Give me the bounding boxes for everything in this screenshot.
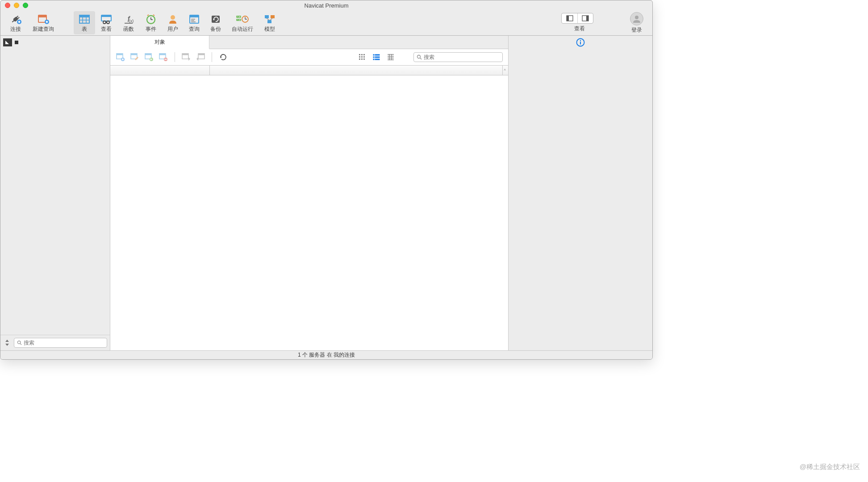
sidebar-toggle-icon[interactable]	[3, 38, 12, 46]
svg-line-102	[420, 58, 421, 59]
svg-rect-80	[359, 54, 360, 55]
new-query-icon	[37, 13, 50, 25]
edit-table-button[interactable]	[130, 52, 140, 62]
svg-rect-82	[363, 54, 365, 55]
object-toolbar	[110, 49, 508, 66]
svg-marker-78	[196, 57, 198, 61]
window-title: Navicat Premium	[0, 2, 652, 9]
main-area: 对象	[0, 36, 652, 350]
sidebar-item-marker	[15, 41, 18, 44]
svg-rect-59	[117, 54, 123, 55]
view-button[interactable]: 查看	[95, 11, 117, 34]
svg-rect-93	[373, 59, 374, 60]
svg-line-57	[20, 344, 21, 345]
tab-bar: 对象	[110, 36, 508, 49]
refresh-button[interactable]	[218, 52, 228, 62]
new-query-button[interactable]: 新建查询	[27, 11, 59, 34]
object-list[interactable]	[110, 75, 508, 350]
svg-rect-3	[17, 17, 20, 19]
sidebar-search-bar	[0, 335, 110, 350]
view-grid-button[interactable]	[357, 52, 367, 62]
view-mode-label: 查看	[562, 25, 597, 33]
center-panel: 对象	[110, 36, 508, 350]
svg-point-52	[635, 16, 638, 19]
svg-rect-86	[359, 58, 360, 60]
table-icon	[79, 13, 90, 25]
svg-rect-105	[580, 42, 581, 45]
table-button[interactable]: 表	[74, 11, 95, 34]
delete-table-button[interactable]	[159, 52, 168, 62]
user-button[interactable]: 用户	[162, 11, 184, 34]
svg-rect-44	[271, 15, 275, 18]
svg-rect-45	[267, 20, 271, 23]
svg-rect-2	[16, 15, 18, 17]
backup-button[interactable]: 备份	[205, 11, 226, 34]
open-table-button[interactable]	[144, 52, 154, 62]
svg-rect-18	[101, 15, 111, 17]
query-icon	[189, 13, 200, 25]
view-mode-left[interactable]	[562, 13, 577, 23]
search-icon	[17, 340, 22, 345]
connection-tree[interactable]	[0, 49, 110, 335]
svg-line-46	[267, 18, 269, 20]
model-icon	[264, 13, 275, 25]
column-header[interactable]: ^	[110, 66, 508, 75]
svg-point-56	[17, 341, 20, 344]
svg-marker-55	[5, 344, 9, 346]
svg-rect-81	[361, 54, 363, 55]
sidebar-search-input-wrap	[14, 338, 107, 348]
svg-rect-6	[19, 21, 20, 23]
function-button[interactable]: f(x) 函数	[117, 11, 140, 34]
svg-marker-53	[5, 41, 9, 44]
avatar-icon	[630, 12, 643, 25]
svg-rect-91	[373, 57, 374, 58]
query-button[interactable]: 查询	[184, 11, 205, 34]
watermark: @稀土掘金技术社区	[800, 463, 860, 471]
svg-rect-94	[375, 59, 380, 60]
svg-rect-92	[375, 57, 380, 58]
svg-rect-13	[79, 15, 89, 17]
import-button[interactable]	[181, 52, 191, 62]
svg-rect-74	[182, 54, 188, 55]
svg-rect-11	[46, 21, 47, 23]
svg-rect-72	[165, 59, 167, 60]
svg-rect-62	[122, 58, 123, 60]
svg-rect-88	[363, 58, 365, 60]
svg-rect-8	[38, 15, 46, 17]
object-search-input[interactable]	[424, 54, 500, 60]
connection-button[interactable]: 连接	[4, 11, 27, 34]
view-mode-right[interactable]	[577, 13, 593, 23]
function-icon: f(x)	[123, 13, 134, 25]
backup-icon	[210, 13, 221, 25]
automation-icon	[236, 13, 249, 25]
export-button[interactable]	[196, 52, 205, 62]
svg-rect-83	[359, 56, 360, 58]
main-toolbar: 连接 新建查询 表 查看 f(x) 函数	[0, 10, 652, 36]
tab-objects[interactable]: 对象	[110, 36, 209, 49]
svg-line-28	[147, 15, 149, 16]
svg-rect-32	[190, 15, 199, 17]
clock-icon	[145, 13, 157, 25]
plug-icon	[9, 13, 22, 25]
svg-point-30	[171, 15, 175, 20]
view-list-button[interactable]	[371, 52, 381, 62]
svg-marker-79	[220, 57, 222, 58]
new-table-button[interactable]	[116, 52, 125, 62]
sidebar-top	[0, 36, 110, 49]
login-button[interactable]: 登录	[625, 12, 649, 34]
svg-rect-85	[363, 56, 365, 58]
view-detail-button[interactable]	[386, 52, 396, 62]
svg-marker-54	[5, 340, 9, 342]
sort-indicator[interactable]: ^	[502, 66, 507, 75]
model-button[interactable]: 模型	[259, 11, 281, 34]
sidebar-sort-icon[interactable]	[3, 339, 11, 346]
svg-rect-1	[12, 20, 15, 22]
svg-rect-77	[198, 54, 204, 55]
svg-rect-90	[375, 54, 380, 55]
automation-button[interactable]: 自动运行	[226, 11, 259, 34]
svg-rect-87	[361, 58, 363, 60]
sidebar-search-input[interactable]	[24, 340, 104, 346]
event-button[interactable]: 事件	[140, 11, 162, 34]
info-icon[interactable]	[576, 38, 585, 47]
view-icon	[100, 13, 112, 25]
